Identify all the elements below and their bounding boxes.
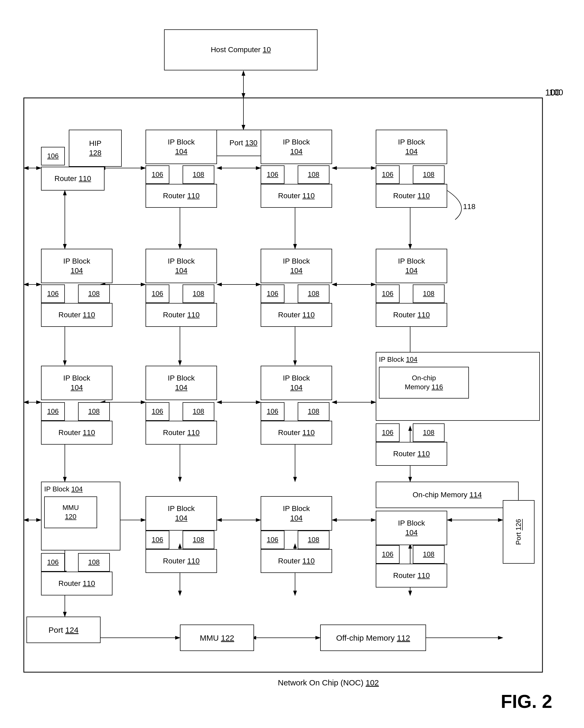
r3c3-106: 106 [261,402,285,421]
mmu-120: MMU120 [44,496,97,528]
r1c2-ipblock: IP Block104 [145,130,217,164]
r3c3-ipblock: IP Block104 [261,366,332,400]
r4c2-108: 108 [183,530,214,549]
r1c2-router: Router 110 [145,184,217,208]
offchip-mem-box: Off-chip Memory 112 [320,625,426,651]
mmu-122-box: MMU 122 [180,625,254,651]
r4c4-ipblock: IP Block104 [376,511,447,545]
r4c1-106: 106 [41,553,65,572]
r1c3-106: 106 [261,165,285,184]
r2c3-router: Router 110 [261,303,332,327]
r4c3-106: 106 [261,530,285,549]
r1c3-router: Router 110 [261,184,332,208]
r3c1-router: Router 110 [41,421,112,445]
r3c1-108: 108 [78,402,110,421]
r2c2-108: 108 [183,284,214,303]
r4c1-108: 108 [78,553,110,572]
r3c2-106: 106 [145,402,169,421]
r4c4-106: 106 [376,545,400,564]
r3c1-ipblock: IP Block104 [41,366,112,400]
r3c4-108: 108 [413,423,445,442]
r2c4-108: 108 [413,284,445,303]
r1c2-106: 106 [145,165,169,184]
r4c4-router: Router 110 [376,564,447,588]
r2c1-ipblock: IP Block104 [41,249,112,283]
r2c2-ipblock: IP Block104 [145,249,217,283]
port-126-box: Port 126 [503,500,534,564]
r4c1-ipblock-outer: IP Block 104 MMU120 [41,482,121,550]
r1c1-106: 106 [41,147,65,165]
r3c4-router: Router 110 [376,442,447,466]
r3c3-router: Router 110 [261,421,332,445]
r1c3-ipblock: IP Block104 [261,130,332,164]
r1c3-108: 108 [298,165,329,184]
r1c1-router: Router 110 [41,167,105,190]
r2c4-router: Router 110 [376,303,447,327]
r3c2-ipblock: IP Block104 [145,366,217,400]
r4c2-router: Router 110 [145,549,217,573]
r2c2-106: 106 [145,284,169,303]
r2c1-108: 108 [78,284,110,303]
r4c3-ipblock: IP Block104 [261,496,332,530]
r1c2-108: 108 [183,165,214,184]
r2c4-106: 106 [376,284,400,303]
r3c4-ipblock-outer: IP Block 104 On-chipMemory 116 [376,352,540,421]
r2c3-108: 108 [298,284,329,303]
r2c3-ipblock: IP Block104 [261,249,332,283]
r1c1-hip: HIP128 [69,130,122,167]
port-124-box: Port 124 [26,617,101,643]
fig-label: FIG. 2 [501,691,552,712]
r4c3-router: Router 110 [261,549,332,573]
r3c2-router: Router 110 [145,421,217,445]
r1c4-108: 108 [413,165,445,184]
r2c1-106: 106 [41,284,65,303]
r4c1-router: Router 110 [41,572,112,595]
r4c4-108: 108 [413,545,445,564]
r4c3-108: 108 [298,530,329,549]
diagram-container: 100 [0,0,584,728]
r2c3-106: 106 [261,284,285,303]
r2c4-ipblock: IP Block104 [376,249,447,283]
r2c1-router: Router 110 [41,303,112,327]
ref-100: 100 [545,87,560,98]
r1c4-ipblock: IP Block104 [376,130,447,164]
r2c2-router: Router 110 [145,303,217,327]
r3c4-106: 106 [376,423,400,442]
r3c3-108: 108 [298,402,329,421]
r1c4-106: 106 [376,165,400,184]
r1c4-router: Router 110 [376,184,447,208]
svg-text:Network On Chip (NOC) 102: Network On Chip (NOC) 102 [278,678,379,687]
r3c1-106: 106 [41,402,65,421]
r4c2-ipblock: IP Block104 [145,496,217,530]
svg-text:118: 118 [463,203,476,211]
r3c2-108: 108 [183,402,214,421]
onchip-mem-114: On-chip Memory 114 [376,482,519,508]
r4c2-106: 106 [145,530,169,549]
host-computer-box: Host Computer 10 [164,29,318,70]
onchip-mem-116: On-chipMemory 116 [379,367,469,398]
